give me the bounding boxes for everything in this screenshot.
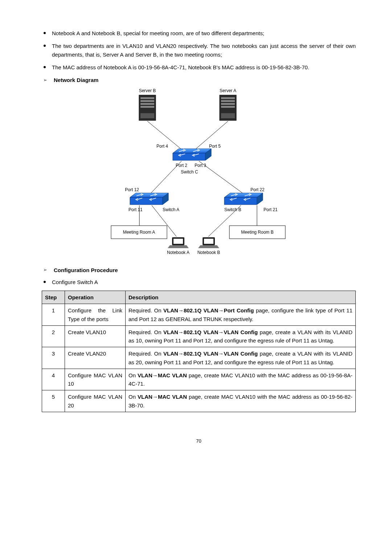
server-b-label: Server B <box>139 88 156 93</box>
svg-rect-7 <box>221 97 235 99</box>
th-description: Description <box>126 291 356 304</box>
svg-rect-9 <box>221 103 235 105</box>
section-label: Network Diagram <box>54 76 98 84</box>
svg-line-18 <box>199 161 242 193</box>
bullet-item: The two departments are in VLAN10 and VL… <box>42 42 356 59</box>
bullet-item: Notebook A and Notebook B, special for m… <box>42 29 356 37</box>
table-row: 2Create VLAN10Required. On VLAN→802.1Q V… <box>42 325 356 347</box>
bullet-item: The MAC address of Notebook A is 00-19-5… <box>42 63 356 71</box>
table-header-row: Step Operation Description <box>42 291 356 304</box>
cell-step: 3 <box>42 347 65 369</box>
arrow-icon: ➢ <box>43 266 47 274</box>
table-row: 4Configure MAC VLAN 10On VLAN→MAC VLAN p… <box>42 369 356 390</box>
meeting-b-label: Meeting Room B <box>241 230 273 235</box>
svg-rect-10 <box>221 106 235 108</box>
cell-description: Required. On VLAN→802.1Q VLAN→VLAN Confi… <box>126 347 356 369</box>
svg-marker-23 <box>224 197 257 205</box>
svg-marker-22 <box>224 193 263 197</box>
cell-description: Required. On VLAN→802.1Q VLAN→Port Confi… <box>126 304 356 326</box>
section-config-procedure: ➢ Configuration Procedure <box>43 266 356 274</box>
svg-marker-14 <box>173 149 211 153</box>
switch-a-label: Switch A <box>163 207 179 212</box>
cell-step: 5 <box>42 390 65 412</box>
port11-label: Port 11 <box>128 207 143 212</box>
cell-operation: Configure MAC VLAN 20 <box>65 390 126 412</box>
section-label: Configuration Procedure <box>54 266 118 274</box>
th-operation: Operation <box>65 291 126 304</box>
meeting-a-label: Meeting Room A <box>123 230 155 235</box>
svg-rect-35 <box>204 239 213 244</box>
svg-marker-20 <box>130 197 163 205</box>
notebook-b-icon: Notebook B <box>197 237 220 255</box>
svg-rect-32 <box>173 239 183 244</box>
table-body: 1Configure the Link Type of the portsReq… <box>42 304 356 412</box>
svg-rect-2 <box>140 100 154 102</box>
cell-operation: Configure MAC VLAN 10 <box>65 369 126 390</box>
configure-switch-list: Configure Switch A <box>42 278 356 286</box>
cell-description: On VLAN→MAC VLAN page, create MAC VLAN10… <box>126 390 356 412</box>
cell-operation: Configure the Link Type of the ports <box>65 304 126 326</box>
port22-label: Port 22 <box>250 187 265 192</box>
cell-step: 2 <box>42 325 65 347</box>
switch-c-label: Switch C <box>181 169 198 175</box>
config-table: Step Operation Description 1Configure th… <box>42 291 356 412</box>
server-b-icon: Server B <box>139 88 156 120</box>
th-step: Step <box>42 291 65 304</box>
svg-rect-5 <box>140 113 154 118</box>
network-diagram: Server B Server A Port 4 Port 5 Port 2 P… <box>105 88 293 260</box>
cell-step: 4 <box>42 369 65 390</box>
svg-rect-1 <box>140 97 154 99</box>
page-number: 70 <box>42 438 356 445</box>
port5-label: Port 5 <box>209 144 221 149</box>
switch-b-label: Switch B <box>224 207 241 212</box>
server-a-icon: Server A <box>219 88 236 120</box>
cell-step: 1 <box>42 304 65 326</box>
table-row: 3Create VLAN20Required. On VLAN→802.1Q V… <box>42 347 356 369</box>
table-row: 5Configure MAC VLAN 20On VLAN→MAC VLAN p… <box>42 390 356 412</box>
cell-operation: Create VLAN20 <box>65 347 126 369</box>
configure-switch-a: Configure Switch A <box>42 278 356 286</box>
svg-rect-4 <box>140 106 154 108</box>
switch-c-icon <box>173 149 211 160</box>
svg-rect-8 <box>221 100 235 102</box>
arrow-icon: ➢ <box>43 77 47 84</box>
notebook-b-label: Notebook B <box>197 250 220 255</box>
server-a-label: Server A <box>219 88 236 93</box>
meeting-room-a-icon: Meeting Room A <box>111 226 167 239</box>
svg-marker-19 <box>130 193 168 197</box>
svg-marker-33 <box>168 245 189 248</box>
port3-label: Port 3 <box>195 163 206 168</box>
switch-a-icon <box>130 193 168 205</box>
cell-operation: Create VLAN10 <box>65 325 126 347</box>
cell-description: On VLAN→MAC VLAN page, create MAC VLAN10… <box>126 369 356 390</box>
svg-marker-15 <box>173 153 205 160</box>
port12-label: Port 12 <box>125 187 139 192</box>
switch-b-icon <box>224 193 263 205</box>
requirements-list: Notebook A and Notebook B, special for m… <box>42 29 356 71</box>
notebook-a-label: Notebook A <box>167 250 189 255</box>
svg-rect-3 <box>140 103 154 105</box>
port21-label: Port 21 <box>264 207 278 212</box>
notebook-a-icon: Notebook A <box>167 237 189 255</box>
svg-rect-11 <box>221 113 235 118</box>
meeting-room-b-icon: Meeting Room B <box>229 226 285 239</box>
port4-label: Port 4 <box>156 144 168 149</box>
svg-marker-36 <box>198 245 219 248</box>
section-network-diagram: ➢ Network Diagram <box>43 76 356 84</box>
cell-description: Required. On VLAN→802.1Q VLAN→VLAN Confi… <box>126 325 356 347</box>
table-row: 1Configure the Link Type of the portsReq… <box>42 304 356 326</box>
svg-line-17 <box>151 161 181 193</box>
